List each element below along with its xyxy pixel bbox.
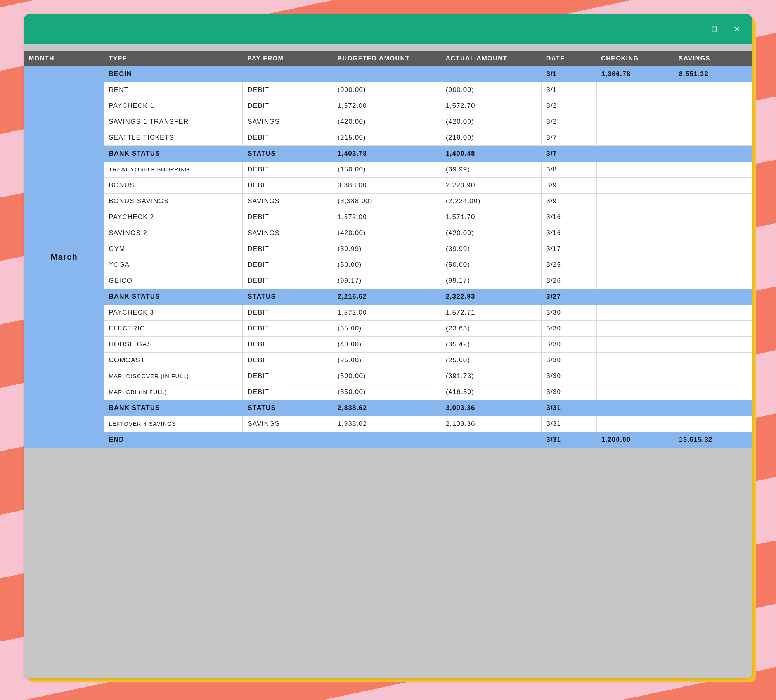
cell-actual[interactable]: (420.00) — [441, 225, 542, 241]
cell-actual[interactable]: 1,400.48 — [441, 146, 542, 162]
cell-payfrom[interactable]: DEBIT — [243, 273, 333, 289]
cell-date[interactable]: 3/30 — [542, 353, 596, 368]
cell-type[interactable]: PAYCHECK 1 — [104, 98, 243, 114]
cell-savings[interactable] — [674, 384, 752, 400]
cell-savings[interactable] — [674, 321, 752, 337]
cell-type[interactable]: SEATTLE TICKETS — [104, 130, 243, 146]
cell-payfrom[interactable]: DEBIT — [243, 98, 333, 114]
cell-checking[interactable] — [596, 305, 674, 321]
cell-savings[interactable] — [674, 114, 752, 130]
cell-budgeted[interactable]: (50.00) — [333, 257, 441, 273]
maximize-button[interactable] — [710, 25, 719, 33]
cell-payfrom[interactable]: SAVINGS — [243, 225, 333, 241]
cell-type[interactable]: MAR. CBI (IN FULL) — [104, 384, 243, 400]
cell-savings[interactable] — [674, 225, 752, 241]
cell-payfrom[interactable]: DEBIT — [243, 305, 333, 321]
cell-type[interactable]: PAYCHECK 3 — [104, 305, 243, 321]
cell-checking[interactable] — [596, 289, 674, 305]
cell-payfrom[interactable] — [243, 432, 333, 448]
cell-actual[interactable]: (420.00) — [441, 114, 542, 130]
cell-budgeted[interactable] — [333, 432, 441, 448]
cell-actual[interactable] — [441, 432, 542, 448]
cell-budgeted[interactable]: 3,388.00 — [333, 178, 441, 194]
cell-budgeted[interactable]: 2,838.62 — [333, 400, 441, 416]
cell-checking[interactable] — [596, 384, 674, 400]
cell-payfrom[interactable]: DEBIT — [243, 82, 333, 98]
cell-checking[interactable] — [596, 225, 674, 241]
cell-savings[interactable] — [674, 337, 752, 353]
cell-payfrom[interactable]: DEBIT — [243, 384, 333, 400]
cell-budgeted[interactable]: (350.00) — [333, 384, 441, 400]
cell-savings[interactable] — [674, 209, 752, 225]
cell-type[interactable]: SAVINGS 1 TRANSFER — [104, 114, 243, 130]
cell-checking[interactable] — [596, 162, 674, 178]
cell-payfrom[interactable]: DEBIT — [243, 241, 333, 257]
cell-type[interactable]: COMCAST — [104, 353, 243, 368]
cell-budgeted[interactable]: (99.17) — [333, 273, 441, 289]
cell-checking[interactable] — [596, 98, 674, 114]
cell-checking[interactable] — [596, 82, 674, 98]
cell-type[interactable]: SAVINGS 2 — [104, 225, 243, 241]
cell-checking[interactable] — [596, 178, 674, 194]
cell-type[interactable]: TREAT YOSELF SHOPPING — [104, 162, 243, 178]
cell-payfrom[interactable]: DEBIT — [243, 368, 333, 384]
cell-savings[interactable] — [674, 130, 752, 146]
cell-savings[interactable] — [674, 178, 752, 194]
close-button[interactable] — [733, 25, 741, 33]
cell-date[interactable]: 3/31 — [542, 400, 596, 416]
cell-type[interactable]: BEGIN — [104, 66, 243, 82]
cell-actual[interactable]: 2,223.90 — [441, 178, 542, 194]
cell-budgeted[interactable]: (35.00) — [333, 321, 441, 337]
cell-date[interactable]: 3/1 — [542, 66, 596, 82]
cell-budgeted[interactable]: 1,572.00 — [333, 209, 441, 225]
cell-payfrom[interactable]: DEBIT — [243, 209, 333, 225]
cell-date[interactable]: 3/7 — [542, 130, 596, 146]
cell-payfrom[interactable]: STATUS — [243, 400, 333, 416]
cell-type[interactable]: HOUSE GAS — [104, 337, 243, 353]
cell-type[interactable]: GYM — [104, 241, 243, 257]
cell-date[interactable]: 3/30 — [542, 368, 596, 384]
cell-actual[interactable]: (900.00) — [441, 82, 542, 98]
cell-payfrom[interactable]: DEBIT — [243, 130, 333, 146]
cell-date[interactable]: 3/31 — [542, 416, 596, 432]
cell-checking[interactable] — [596, 114, 674, 130]
cell-budgeted[interactable]: (25.00) — [333, 353, 441, 368]
cell-actual[interactable]: 1,571.70 — [441, 209, 542, 225]
cell-actual[interactable] — [441, 66, 542, 82]
cell-actual[interactable]: (416.50) — [441, 384, 542, 400]
cell-checking[interactable] — [596, 400, 674, 416]
cell-savings[interactable] — [674, 241, 752, 257]
cell-budgeted[interactable]: 2,216.62 — [333, 289, 441, 305]
cell-savings[interactable] — [674, 368, 752, 384]
cell-budgeted[interactable] — [333, 66, 441, 82]
cell-budgeted[interactable]: (150.00) — [333, 162, 441, 178]
cell-budgeted[interactable]: (39.99) — [333, 241, 441, 257]
cell-checking[interactable]: 1,200.00 — [596, 432, 674, 448]
cell-checking[interactable] — [596, 241, 674, 257]
cell-budgeted[interactable]: (900.00) — [333, 82, 441, 98]
cell-date[interactable]: 3/7 — [542, 146, 596, 162]
cell-actual[interactable]: (219.00) — [441, 130, 542, 146]
cell-budgeted[interactable]: 1,403.78 — [333, 146, 441, 162]
cell-savings[interactable] — [674, 194, 752, 209]
cell-savings[interactable] — [674, 305, 752, 321]
cell-payfrom[interactable]: STATUS — [243, 146, 333, 162]
cell-date[interactable]: 3/2 — [542, 98, 596, 114]
cell-payfrom[interactable]: SAVINGS — [243, 416, 333, 432]
cell-type[interactable]: LEFTOVER 4 SAVINGS — [104, 416, 243, 432]
cell-actual[interactable]: (39.99) — [441, 241, 542, 257]
cell-type[interactable]: ELECTRIC — [104, 321, 243, 337]
cell-actual[interactable]: 2,103.36 — [441, 416, 542, 432]
cell-budgeted[interactable]: 1,572.00 — [333, 98, 441, 114]
cell-checking[interactable] — [596, 194, 674, 209]
cell-payfrom[interactable]: DEBIT — [243, 337, 333, 353]
cell-actual[interactable]: 1,572.70 — [441, 98, 542, 114]
cell-checking[interactable] — [596, 353, 674, 368]
cell-date[interactable]: 3/8 — [542, 162, 596, 178]
cell-date[interactable]: 3/16 — [542, 209, 596, 225]
cell-savings[interactable] — [674, 353, 752, 368]
cell-actual[interactable]: (99.17) — [441, 273, 542, 289]
cell-budgeted[interactable]: (420.00) — [333, 114, 441, 130]
cell-type[interactable]: END — [104, 432, 243, 448]
cell-date[interactable]: 3/16 — [542, 225, 596, 241]
